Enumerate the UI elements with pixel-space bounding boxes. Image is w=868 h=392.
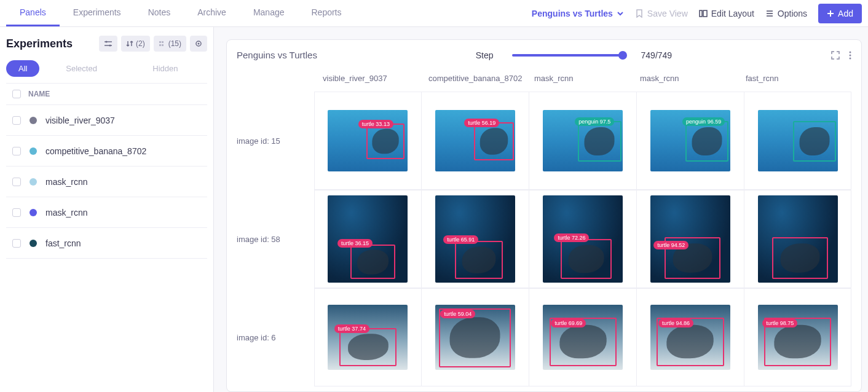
image-thumbnail: turtle 33.13 xyxy=(328,110,408,171)
more-icon[interactable] xyxy=(849,50,851,60)
grid-row: image id: 6turtle 37.74turtle 59.04turtl… xyxy=(237,288,851,386)
columns-chip[interactable]: (15) xyxy=(154,36,186,52)
column-header: mask_rcnn xyxy=(640,69,746,92)
row-checkbox[interactable] xyxy=(12,147,21,155)
experiment-row[interactable]: competitive_banana_8702 xyxy=(6,136,207,167)
sliders-icon xyxy=(104,40,112,47)
image-cell[interactable] xyxy=(744,190,851,288)
image-cell[interactable]: turtle 94.86 xyxy=(636,288,744,386)
experiment-row[interactable]: visible_river_9037 xyxy=(6,105,207,136)
filter-chip[interactable] xyxy=(99,36,117,52)
image-cell[interactable]: penguin 96.59 xyxy=(636,92,744,190)
bounding-box xyxy=(474,122,514,160)
image-cell[interactable]: turtle 98.75 xyxy=(744,288,851,386)
image-thumbnail: turtle 69.69 xyxy=(543,305,623,370)
detection-label: turtle 37.74 xyxy=(334,324,369,333)
image-cell[interactable]: turtle 69.69 xyxy=(529,288,636,386)
column-headers: visible_river_9037competitive_banana_870… xyxy=(237,69,851,92)
color-dot xyxy=(30,240,37,247)
edit-layout-button[interactable]: Edit Layout xyxy=(699,9,754,18)
tab-notes[interactable]: Notes xyxy=(135,0,184,26)
row-checkbox[interactable] xyxy=(12,239,21,248)
svg-rect-0 xyxy=(700,10,702,17)
filter-all[interactable]: All xyxy=(6,60,39,77)
options-button[interactable]: Options xyxy=(765,9,807,18)
image-cell[interactable]: turtle 56.19 xyxy=(421,92,529,190)
bounding-box xyxy=(578,121,621,162)
project-selector[interactable]: Penguins vs Turtles xyxy=(532,9,624,18)
tab-manage[interactable]: Manage xyxy=(240,0,298,26)
step-label: Step xyxy=(476,50,494,60)
slider-thumb[interactable] xyxy=(618,51,627,60)
filter-hidden[interactable]: Hidden xyxy=(124,60,207,77)
image-thumbnail: turtle 65.91 xyxy=(435,195,515,283)
detection-label: turtle 94.52 xyxy=(653,241,688,249)
top-right-actions: Penguins vs Turtles Save View Edit Layou… xyxy=(532,4,862,23)
row-checkbox[interactable] xyxy=(12,208,21,217)
bookmark-icon xyxy=(635,9,644,18)
row-checkbox[interactable] xyxy=(12,178,21,186)
content-area: Penguins vs Turtles Step 749/749 visible… xyxy=(214,27,868,392)
experiment-row[interactable]: fast_rcnn xyxy=(6,228,207,259)
image-panel: Penguins vs Turtles Step 749/749 visible… xyxy=(226,39,862,392)
image-cell[interactable]: turtle 65.91 xyxy=(421,190,529,288)
fullscreen-icon[interactable] xyxy=(831,50,840,60)
image-thumbnail xyxy=(758,110,838,171)
layout-icon xyxy=(699,9,708,18)
image-cell[interactable]: turtle 33.13 xyxy=(314,92,422,190)
image-cell[interactable]: turtle 36.15 xyxy=(314,190,422,288)
save-view-button[interactable]: Save View xyxy=(635,9,688,18)
image-cell[interactable]: penguin 97.5 xyxy=(529,92,636,190)
col-name-header: NAME xyxy=(28,90,50,98)
experiment-list: visible_river_9037competitive_banana_870… xyxy=(6,105,207,259)
detection-label: turtle 65.91 xyxy=(443,235,478,244)
tab-panels[interactable]: Panels xyxy=(6,0,60,26)
image-thumbnail: turtle 36.15 xyxy=(328,195,408,283)
tab-archive[interactable]: Archive xyxy=(184,0,240,26)
color-dot xyxy=(30,209,37,216)
image-thumbnail xyxy=(758,195,838,283)
svg-rect-6 xyxy=(159,44,161,46)
step-slider[interactable] xyxy=(512,54,623,57)
image-thumbnail: penguin 97.5 xyxy=(543,110,623,171)
image-cell[interactable] xyxy=(744,92,851,190)
experiment-name: mask_rcnn xyxy=(45,208,87,218)
select-all-checkbox[interactable] xyxy=(12,90,21,98)
target-chip[interactable] xyxy=(190,36,207,52)
tab-reports[interactable]: Reports xyxy=(298,0,355,26)
row-label: image id: 15 xyxy=(237,92,314,190)
color-dot xyxy=(30,178,37,186)
add-button[interactable]: Add xyxy=(818,4,862,23)
image-cell[interactable]: turtle 94.52 xyxy=(636,190,744,288)
experiment-row[interactable]: mask_rcnn xyxy=(6,197,207,228)
svg-point-11 xyxy=(849,54,851,56)
svg-point-3 xyxy=(109,45,111,47)
image-thumbnail: turtle 72.26 xyxy=(543,195,623,283)
row-checkbox[interactable] xyxy=(12,116,21,125)
svg-point-12 xyxy=(849,57,851,59)
image-cell[interactable]: turtle 59.04 xyxy=(421,288,529,386)
color-dot xyxy=(30,117,37,124)
menu-icon xyxy=(765,9,774,18)
target-icon xyxy=(195,40,202,47)
image-thumbnail: turtle 56.19 xyxy=(435,110,515,171)
project-name: Penguins vs Turtles xyxy=(532,9,613,18)
grid-row: image id: 15turtle 33.13turtle 56.19peng… xyxy=(237,92,851,190)
step-value: 749/749 xyxy=(641,50,673,60)
sidebar-title: Experiments xyxy=(6,37,73,50)
row-label: image id: 6 xyxy=(237,288,314,386)
detection-label: penguin 96.59 xyxy=(682,117,725,126)
sort-chip[interactable]: (2) xyxy=(121,36,150,52)
bounding-box xyxy=(455,241,503,279)
filter-selected[interactable]: Selected xyxy=(39,60,123,77)
experiment-row[interactable]: mask_rcnn xyxy=(6,167,207,197)
nav-tabs: Panels Experiments Notes Archive Manage … xyxy=(6,0,355,26)
bounding-box xyxy=(685,121,728,162)
row-label: image id: 58 xyxy=(237,190,314,288)
image-cell[interactable]: turtle 72.26 xyxy=(529,190,636,288)
tab-experiments[interactable]: Experiments xyxy=(60,0,135,26)
image-thumbnail: turtle 94.86 xyxy=(650,305,730,370)
svg-rect-4 xyxy=(159,41,161,43)
image-cell[interactable]: turtle 37.74 xyxy=(314,288,422,386)
detection-label: turtle 94.86 xyxy=(658,319,693,327)
